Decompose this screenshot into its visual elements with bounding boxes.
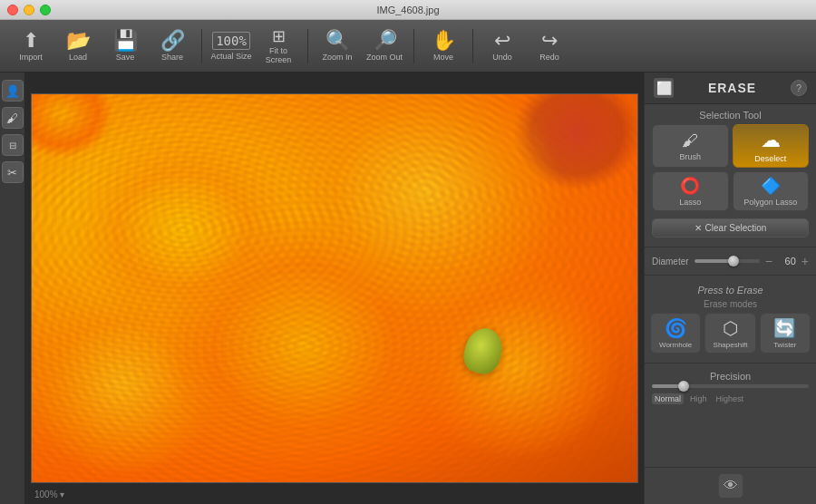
diameter-value: 60 (778, 256, 796, 267)
portrait-tool-button[interactable]: 👤 (2, 80, 24, 102)
twister-mode-option[interactable]: 🔄 Twister (760, 313, 811, 354)
maximize-button[interactable] (40, 5, 51, 15)
diameter-slider-thumb (728, 256, 739, 267)
actual-size-icon: 100% (212, 32, 250, 50)
redo-button[interactable]: ↪ Redo (528, 24, 571, 68)
twister-label: Twister (773, 341, 796, 349)
help-button[interactable]: ? (791, 80, 807, 96)
selection-tool-label: Selection Tool (645, 104, 816, 124)
zoom-out-button[interactable]: 🔎 Zoom Out (363, 24, 406, 68)
diameter-plus-button[interactable]: + (801, 255, 809, 267)
window-title: IMG_4608.jpg (376, 5, 439, 15)
polygon-lasso-tool-option[interactable]: 🔷 Polygon Lasso (733, 171, 810, 211)
scissors-tool-button[interactable]: ✂ (2, 161, 24, 183)
shapeshift-icon: ⬡ (723, 317, 738, 339)
undo-button[interactable]: ↩ Undo (481, 24, 524, 68)
polygon-lasso-icon: 🔷 (761, 176, 781, 196)
save-button[interactable]: 💾 Save (103, 24, 147, 68)
canvas-area[interactable]: 100% ▾ (25, 73, 644, 504)
panel-divider-2 (645, 275, 816, 276)
load-button[interactable]: 📂 Load (56, 24, 100, 68)
deselect-tool-option[interactable]: ☁ Deselect (733, 124, 810, 168)
toolbar-divider-2 (307, 29, 308, 63)
erase-modes-grid: 🌀 Wormhole ⬡ Shapeshift 🔄 Twister (645, 313, 816, 359)
toolbar-divider-1 (201, 29, 202, 63)
clear-selection-label: Clear Selection (705, 223, 767, 233)
clear-selection-button[interactable]: ✕ Clear Selection (652, 218, 809, 237)
precision-label: Precision (645, 367, 816, 384)
right-panel: ⬜ ERASE ? Selection Tool 🖌 Brush ☁ Desel… (644, 73, 816, 504)
title-bar: IMG_4608.jpg (0, 0, 816, 20)
panel-divider-1 (645, 247, 816, 247)
lasso-icon: ⭕ (680, 176, 700, 196)
move-label: Move (433, 53, 453, 62)
save-icon: 💾 (113, 31, 138, 51)
diameter-minus-button[interactable]: − (765, 255, 772, 267)
undo-icon: ↩ (494, 31, 510, 51)
brush-tool-button[interactable]: 🖌 (2, 107, 24, 129)
zoom-in-button[interactable]: 🔍 Zoom In (316, 24, 359, 68)
fit-screen-icon: ⊞ (272, 28, 286, 44)
tool-grid: 🖌 Brush ☁ Deselect ⭕ Lasso 🔷 Polygon Las… (645, 124, 816, 217)
twister-icon: 🔄 (773, 317, 796, 339)
import-label: Import (19, 53, 43, 62)
eye-icon: 👁 (724, 478, 738, 494)
precision-high-option[interactable]: High (687, 393, 710, 404)
right-panel-header: ⬜ ERASE ? (645, 73, 816, 104)
brush-tool-option[interactable]: 🖌 Brush (652, 124, 729, 168)
lasso-tool-label: Lasso (679, 198, 701, 207)
share-button[interactable]: 🔗 Share (151, 24, 194, 68)
eye-visibility-button[interactable]: 👁 (718, 473, 743, 499)
image-canvas (31, 93, 638, 483)
clear-selection-x-icon: ✕ (695, 223, 702, 233)
zoom-in-icon: 🔍 (325, 31, 350, 51)
minimize-button[interactable] (24, 5, 34, 15)
shapeshift-mode-option[interactable]: ⬡ Shapeshift (704, 313, 755, 354)
right-panel-bottom: 👁 (645, 467, 816, 504)
toolbar: ⬆ Import 📂 Load 💾 Save 🔗 Share 100% Actu… (0, 20, 816, 73)
wormhole-icon: 🌀 (665, 317, 687, 339)
move-icon: ✋ (432, 31, 456, 51)
deselect-tool-label: Deselect (754, 154, 786, 163)
load-icon: 📂 (66, 31, 91, 51)
panel-title: ERASE (708, 81, 756, 95)
precision-row (645, 384, 816, 393)
brush-tool-label: Brush (679, 152, 701, 161)
close-button[interactable] (7, 5, 18, 15)
redo-icon: ↪ (541, 31, 558, 51)
diameter-slider[interactable] (695, 259, 760, 263)
share-label: Share (161, 53, 183, 62)
actual-size-label: Actual Size (210, 52, 251, 61)
sliders-tool-button[interactable]: ⊟ (2, 134, 24, 156)
fit-screen-label: Fit to Screen (257, 46, 300, 64)
erase-panel-icon: ⬜ (654, 78, 674, 98)
press-to-erase-label: Press to Erase (645, 279, 816, 297)
move-button[interactable]: ✋ Move (422, 24, 465, 68)
redo-label: Redo (539, 53, 559, 62)
wormhole-mode-option[interactable]: 🌀 Wormhole (650, 313, 701, 354)
import-button[interactable]: ⬆ Import (9, 24, 53, 68)
share-icon: 🔗 (160, 31, 185, 51)
load-label: Load (69, 53, 87, 62)
wormhole-label: Wormhole (659, 341, 692, 349)
precision-slider[interactable] (652, 384, 809, 388)
lasso-tool-option[interactable]: ⭕ Lasso (652, 171, 729, 211)
undo-label: Undo (492, 53, 512, 62)
actual-size-button[interactable]: 100% Actual Size (209, 24, 253, 68)
main-area: 👤 🖌 ⊟ ✂ 100% ▾ ⬜ ERASE ? Selection Tool … (0, 73, 816, 504)
deselect-icon: ☁ (761, 129, 781, 152)
fit-screen-button[interactable]: ⊞ Fit to Screen (257, 24, 300, 68)
precision-options: Normal High Highest (645, 393, 816, 412)
zoom-in-label: Zoom In (322, 53, 352, 62)
save-label: Save (116, 53, 135, 62)
precision-normal-option[interactable]: Normal (652, 393, 684, 404)
toolbar-divider-4 (472, 29, 473, 63)
panel-divider-3 (645, 363, 816, 363)
toolbar-divider-3 (413, 29, 414, 63)
brush-icon: 🖌 (682, 131, 698, 150)
diameter-label: Diameter (652, 257, 689, 267)
left-panel: 👤 🖌 ⊟ ✂ (0, 73, 25, 504)
zoom-out-icon: 🔎 (373, 31, 397, 51)
precision-highest-option[interactable]: Highest (714, 393, 747, 404)
shapeshift-label: Shapeshift (714, 341, 748, 349)
